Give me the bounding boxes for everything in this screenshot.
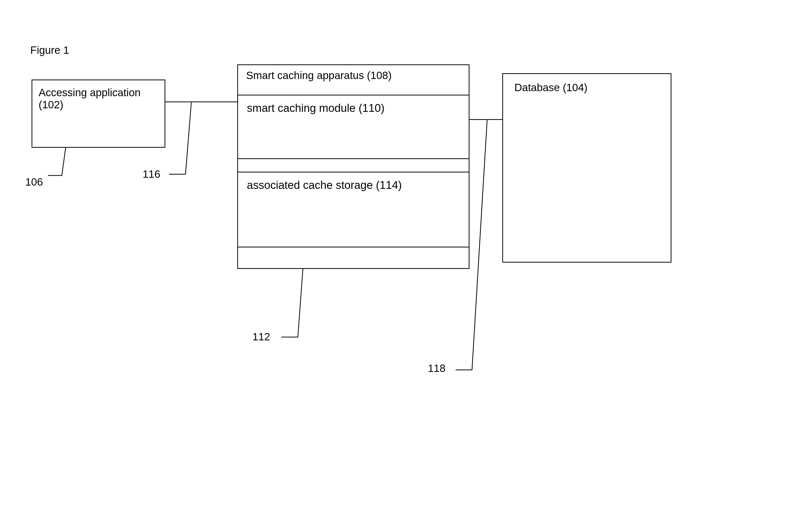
- smart-caching-module-box: smart caching module (110): [237, 95, 469, 159]
- ref-112: 112: [253, 331, 270, 343]
- accessing-application-box: Accessing application (102): [32, 80, 165, 148]
- figure-title: Figure 1: [30, 44, 69, 56]
- database-label: Database (104): [514, 82, 588, 94]
- ref-106: 106: [25, 176, 43, 188]
- connector-108-to-104: [469, 119, 502, 120]
- ref-116: 116: [143, 168, 160, 180]
- smart-caching-apparatus-label: Smart caching apparatus (108): [246, 70, 392, 82]
- connector-102-to-108: [165, 101, 237, 102]
- associated-cache-storage-label: associated cache storage (114): [247, 179, 402, 192]
- accessing-application-label: Accessing application (102): [39, 87, 165, 111]
- smart-caching-module-label: smart caching module (110): [247, 102, 385, 114]
- associated-cache-storage-box: associated cache storage (114): [237, 172, 469, 247]
- ref-118: 118: [428, 362, 446, 374]
- database-box: Database (104): [502, 73, 671, 263]
